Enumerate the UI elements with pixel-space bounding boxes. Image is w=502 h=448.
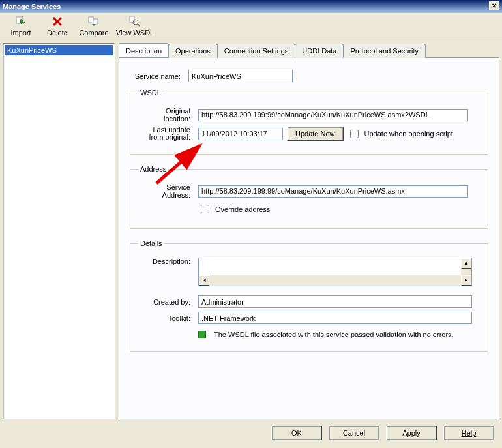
update-on-open-checkbox[interactable] xyxy=(350,130,359,138)
tabs: Description Operations Connection Settin… xyxy=(119,43,499,57)
service-list[interactable]: KuXunPriceWS xyxy=(3,43,115,419)
list-item-label: KuXunPriceWS xyxy=(7,46,57,54)
last-update-field xyxy=(198,128,283,140)
description-textarea[interactable]: ▴ ◂ ▸ xyxy=(198,258,472,286)
apply-button[interactable]: Apply xyxy=(386,426,437,440)
override-address-label: Override address xyxy=(215,205,270,213)
view-wsdl-button[interactable]: View WSDL xyxy=(112,14,158,38)
svg-rect-3 xyxy=(130,16,134,22)
compare-label: Compare xyxy=(79,29,108,37)
svg-line-5 xyxy=(138,24,140,26)
svg-rect-1 xyxy=(89,17,93,23)
validation-message: The WSDL file associated with this servi… xyxy=(214,331,454,338)
vertical-scrollbar[interactable]: ▴ xyxy=(461,258,471,275)
last-update-label: Last update from original: xyxy=(138,127,194,141)
address-legend: Address xyxy=(138,165,168,173)
toolbar: Import Delete Compare View WSDL xyxy=(0,13,502,40)
service-name-field[interactable] xyxy=(188,70,293,82)
update-now-button[interactable]: Update Now xyxy=(287,127,344,141)
delete-label: Delete xyxy=(47,29,68,37)
override-address-checkbox[interactable] xyxy=(201,205,209,213)
window-titlebar: Manage Services ✕ xyxy=(0,0,502,13)
validation-ok-icon xyxy=(198,331,206,338)
list-item[interactable]: KuXunPriceWS xyxy=(5,45,113,55)
compare-button[interactable]: Compare xyxy=(76,14,112,38)
description-label: Description: xyxy=(138,258,194,265)
svg-rect-2 xyxy=(93,19,98,25)
help-button[interactable]: Help xyxy=(443,426,494,440)
tab-body: Service name: WSDL Original location: La… xyxy=(119,57,499,419)
update-on-open-label: Update when opening script xyxy=(364,130,453,138)
import-button[interactable]: Import xyxy=(3,14,39,38)
scroll-up-icon[interactable]: ▴ xyxy=(461,258,471,269)
tab-description[interactable]: Description xyxy=(119,43,169,57)
wsdl-group: WSDL Original location: Last update from… xyxy=(130,89,488,155)
original-location-field[interactable] xyxy=(198,109,468,121)
dialog-footer: OK Cancel Apply Help xyxy=(0,422,502,444)
details-legend: Details xyxy=(138,239,164,247)
import-icon xyxy=(15,16,27,27)
details-group: Details Description: ▴ ◂ ▸ Created by xyxy=(130,239,488,352)
scroll-right-icon[interactable]: ▸ xyxy=(461,275,471,286)
tab-connection-settings[interactable]: Connection Settings xyxy=(217,44,295,58)
service-address-label: Service Address: xyxy=(138,183,194,199)
view-wsdl-icon xyxy=(129,16,141,27)
toolkit-label: Toolkit: xyxy=(138,314,194,322)
wsdl-legend: WSDL xyxy=(138,89,163,97)
ok-button[interactable]: OK xyxy=(271,426,322,440)
close-button[interactable]: ✕ xyxy=(489,1,499,10)
tab-protocol-security[interactable]: Protocol and Security xyxy=(343,44,426,58)
created-by-label: Created by: xyxy=(138,298,194,306)
service-name-label: Service name: xyxy=(130,72,185,80)
horizontal-scrollbar[interactable]: ◂ ▸ xyxy=(199,275,471,286)
compare-icon xyxy=(88,16,100,27)
original-location-label: Original location: xyxy=(138,107,194,123)
created-by-field xyxy=(198,295,472,308)
delete-button[interactable]: Delete xyxy=(39,14,76,38)
tab-operations[interactable]: Operations xyxy=(168,44,218,58)
service-address-field[interactable] xyxy=(198,185,468,198)
address-group: Address Service Address: Override addres… xyxy=(130,165,488,229)
delete-icon xyxy=(52,16,63,27)
view-wsdl-label: View WSDL xyxy=(116,29,154,37)
toolkit-field xyxy=(198,312,472,324)
scroll-left-icon[interactable]: ◂ xyxy=(199,275,209,286)
window-title: Manage Services xyxy=(3,0,61,13)
tab-uddi-data[interactable]: UDDI Data xyxy=(295,44,344,58)
import-label: Import xyxy=(10,29,31,37)
cancel-button[interactable]: Cancel xyxy=(329,426,379,440)
